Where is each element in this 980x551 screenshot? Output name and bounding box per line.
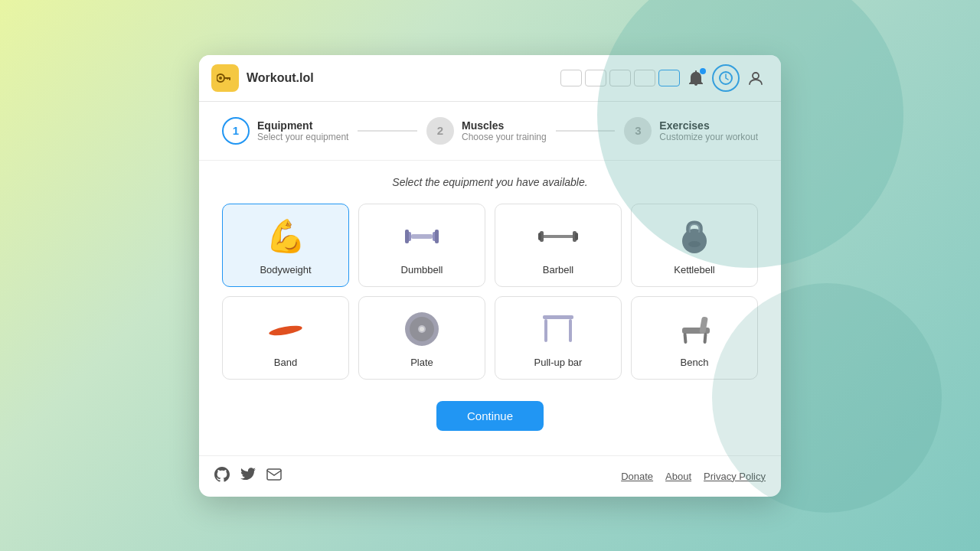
notification-dot [700,68,706,74]
svg-rect-14 [538,233,541,240]
kettlebell-label: Kettlebell [674,264,714,276]
clock-button[interactable] [712,64,740,92]
svg-point-6 [753,73,759,79]
svg-rect-4 [227,77,228,80]
plate-label: Plate [410,357,433,368]
footer: Donate About Privacy Policy [199,455,781,497]
svg-rect-29 [683,332,687,343]
step-2-text: Muscles Choose your training [462,119,547,142]
bodyweight-label: Bodyweight [260,264,311,276]
equipment-card-dumbbell[interactable]: Dumbbell [358,204,485,287]
step-connector-2 [556,130,616,132]
bench-icon [673,308,716,350]
equipment-grid: 💪 Bodyweight Dumbbell [222,204,758,380]
profile-button[interactable] [743,65,769,91]
twitter-link[interactable] [240,468,256,485]
band-label: Band [274,357,297,368]
band-icon [264,308,307,350]
step-connector-1 [358,130,417,132]
kettlebell-icon [673,215,716,258]
footer-icons [214,467,282,486]
notification-button[interactable] [683,65,709,91]
pullup-icon [537,308,580,350]
step-2[interactable]: 2 Muscles Choose your training [426,117,547,145]
email-link[interactable] [266,468,282,484]
app-window: Workout.lol [199,55,781,497]
toolbar-box-3[interactable] [609,70,631,86]
svg-rect-30 [703,332,707,343]
svg-rect-24 [543,315,573,319]
barbell-label: Barbell [543,264,573,276]
toolbar-box-4[interactable] [634,70,655,86]
toolbar-icons [560,64,769,92]
step-1-text: Equipment Select your equipment [257,119,348,142]
continue-button[interactable]: Continue [436,401,544,431]
bench-label: Bench [681,357,709,368]
footer-links: Donate About Privacy Policy [621,471,766,482]
equipment-card-bodyweight[interactable]: 💪 Bodyweight [222,204,349,287]
plate-icon [400,308,443,350]
equipment-card-bench[interactable]: Bench [631,296,758,380]
svg-rect-25 [544,319,547,342]
equipment-card-band[interactable]: Band [222,296,349,380]
svg-point-23 [420,327,424,331]
svg-point-1 [219,77,222,80]
pullup-label: Pull-up bar [534,357,583,368]
toolbar-box-2[interactable] [585,70,606,86]
equipment-card-pullup[interactable]: Pull-up bar [495,296,622,380]
app-logo [211,64,239,92]
svg-rect-11 [435,230,439,243]
toolbar-box-5[interactable] [658,70,680,86]
svg-point-19 [268,324,302,337]
svg-rect-16 [575,233,578,240]
svg-point-18 [688,241,701,247]
main-content: Select the equipment you have available.… [199,161,781,455]
step-3-circle: 3 [624,117,652,145]
svg-rect-9 [411,234,433,239]
equipment-card-barbell[interactable]: Barbell [495,204,622,287]
title-bar: Workout.lol [199,55,781,102]
github-link[interactable] [214,467,230,486]
barbell-icon [537,215,580,258]
equipment-card-kettlebell[interactable]: Kettlebell [631,204,758,287]
stepper: 1 Equipment Select your equipment 2 Musc… [199,102,781,161]
svg-rect-26 [569,319,572,342]
bodyweight-icon: 💪 [266,215,305,258]
svg-rect-3 [229,77,230,80]
equipment-card-plate[interactable]: Plate [358,296,485,380]
section-title: Select the equipment you have available. [222,176,758,188]
dumbbell-icon [400,215,443,258]
donate-link[interactable]: Donate [621,471,653,482]
step-2-circle: 2 [426,117,454,145]
svg-rect-12 [540,235,577,238]
privacy-link[interactable]: Privacy Policy [704,471,766,482]
step-3-text: Exercises Customize your workout [659,119,758,142]
svg-rect-31 [267,469,281,480]
step-3[interactable]: 3 Exercises Customize your workout [624,117,758,145]
step-1[interactable]: 1 Equipment Select your equipment [222,117,348,145]
toolbar-box-1[interactable] [560,70,582,86]
about-link[interactable]: About [665,471,691,482]
app-title: Workout.lol [247,71,560,85]
continue-row: Continue [222,395,758,440]
dumbbell-label: Dumbbell [401,264,443,276]
step-1-circle: 1 [222,117,250,145]
svg-rect-8 [405,230,409,243]
